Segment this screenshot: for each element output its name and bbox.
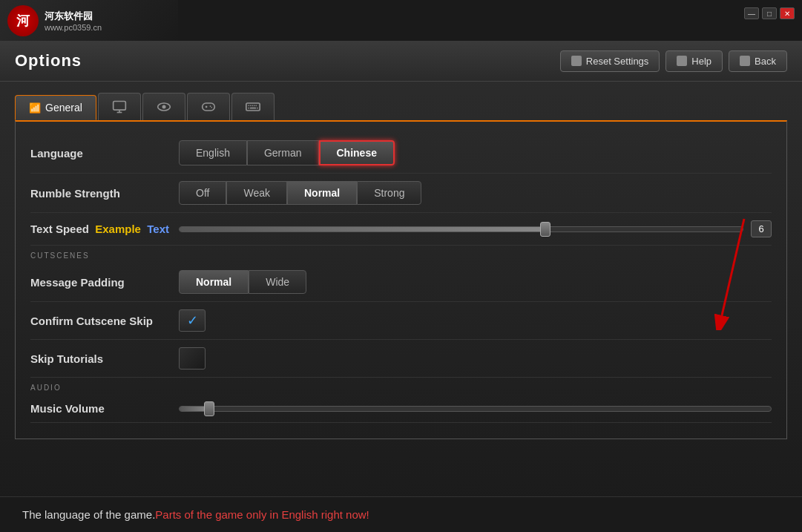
tab-keyboard[interactable] [231, 93, 275, 120]
reset-settings-button[interactable]: Reset Settings [560, 50, 660, 72]
back-icon [740, 56, 750, 66]
message-padding-wide-button[interactable]: Wide [249, 270, 306, 294]
tab-controls[interactable] [187, 93, 230, 120]
text-speed-slider-container: 6 [179, 220, 772, 237]
rumble-strong-button[interactable]: Strong [357, 181, 421, 205]
tabs: 📶 General [15, 93, 787, 120]
back-button[interactable]: Back [729, 50, 787, 72]
svg-rect-5 [202, 103, 214, 111]
skip-tutorials-row: Skip Tutorials [30, 340, 772, 378]
help-icon [677, 56, 687, 66]
language-chinese-button[interactable]: Chinese [319, 140, 395, 165]
language-btn-group: English German Chinese [179, 140, 395, 165]
text-speed-row: Text Speed Example Text 6 [30, 213, 772, 246]
reset-icon [571, 56, 582, 66]
titlebar-buttons: — □ ✕ [744, 7, 795, 19]
music-volume-label: Music Volume [30, 402, 179, 415]
tab-display[interactable] [98, 93, 141, 120]
tab-visual[interactable] [142, 93, 185, 120]
monitor-icon [112, 99, 127, 114]
rumble-weak-button[interactable]: Weak [226, 181, 287, 205]
rumble-off-button[interactable]: Off [179, 181, 226, 205]
signal-icon: 📶 [29, 102, 41, 114]
music-volume-row: Music Volume [30, 395, 772, 423]
rumble-label: Rumble Strength [30, 187, 179, 200]
svg-rect-0 [113, 102, 125, 111]
cutscenes-section-label: CUTSCENES [30, 246, 772, 263]
minimize-button[interactable]: — [744, 7, 759, 19]
help-button[interactable]: Help [665, 50, 723, 72]
text-speed-label: Text Speed Example Text [30, 223, 179, 235]
rumble-btn-group: Off Weak Normal Strong [179, 181, 421, 205]
watermark-logo: 河 [7, 5, 39, 36]
tab-general[interactable]: 📶 General [15, 95, 96, 120]
status-bar: The language of the game. Parts of the g… [0, 496, 802, 532]
keyboard-icon [246, 99, 260, 114]
message-padding-row: Message Padding Normal Wide [30, 263, 772, 302]
svg-point-9 [211, 107, 212, 108]
audio-section-label: AUDIO [30, 378, 772, 395]
watermark-text: 河东软件园 www.pc0359.cn [45, 10, 102, 32]
language-row: Language English German Chinese [30, 133, 772, 174]
svg-point-4 [162, 105, 165, 109]
status-text-highlight: Parts of the game only in English right … [155, 508, 369, 521]
language-english-button[interactable]: English [179, 140, 247, 165]
music-volume-slider-thumb[interactable] [204, 401, 214, 416]
eye-icon [157, 99, 171, 114]
confirm-cutscene-skip-row: Confirm Cutscene Skip ✓ [30, 302, 772, 340]
message-padding-label: Message Padding [30, 276, 179, 289]
svg-point-8 [209, 105, 211, 107]
message-padding-btn-group: Normal Wide [179, 270, 306, 294]
text-speed-slider-fill [180, 227, 545, 231]
language-label: Language [30, 147, 179, 160]
status-text-static: The language of the game. [22, 508, 155, 521]
text-speed-value: 6 [751, 220, 772, 237]
page-title: Options [15, 51, 82, 70]
rumble-row: Rumble Strength Off Weak Normal Strong [30, 174, 772, 213]
watermark-title: 河东软件园 [45, 10, 102, 23]
confirm-cutscene-skip-label: Confirm Cutscene Skip [30, 315, 179, 327]
text-speed-slider-thumb[interactable] [540, 222, 550, 237]
music-volume-slider-track[interactable] [179, 406, 772, 412]
example-text-yellow: Example [95, 223, 141, 235]
language-german-button[interactable]: German [247, 140, 319, 165]
skip-tutorials-checkbox[interactable] [179, 347, 206, 370]
watermark-url: www.pc0359.cn [45, 23, 102, 32]
main-window: Options Reset Settings Help Back 📶 Gener… [0, 41, 802, 532]
skip-tutorials-label: Skip Tutorials [30, 352, 179, 365]
watermark-bar: 河 河东软件园 www.pc0359.cn [0, 0, 178, 41]
close-button[interactable]: ✕ [780, 7, 795, 19]
message-padding-normal-button[interactable]: Normal [179, 270, 249, 294]
svg-rect-10 [246, 103, 260, 111]
confirm-cutscene-skip-checkbox[interactable]: ✓ [179, 309, 206, 332]
maximize-button[interactable]: □ [762, 7, 777, 19]
music-volume-slider-container [179, 406, 772, 412]
example-text-blue: Text [147, 223, 169, 235]
content-area: 📶 General Language English [0, 82, 802, 450]
text-speed-slider-track[interactable] [179, 226, 743, 232]
rumble-normal-button[interactable]: Normal [287, 181, 357, 205]
gamepad-icon [201, 99, 216, 114]
header: Options Reset Settings Help Back [0, 41, 802, 82]
header-buttons: Reset Settings Help Back [560, 50, 787, 72]
options-panel: Language English German Chinese Rumble S… [15, 120, 787, 439]
